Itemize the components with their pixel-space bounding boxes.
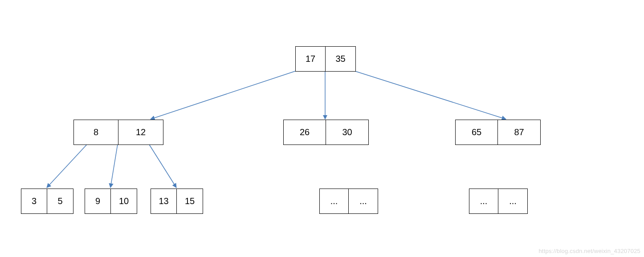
btree-key: 87 bbox=[498, 120, 540, 145]
btree-internal-node-left: 8 12 bbox=[73, 120, 163, 145]
btree-key: 5 bbox=[47, 189, 73, 213]
svg-line-2 bbox=[355, 71, 506, 119]
btree-internal-node-middle: 26 30 bbox=[283, 120, 369, 145]
btree-key: 9 bbox=[85, 189, 111, 213]
btree-key: 17 bbox=[296, 47, 326, 71]
btree-placeholder-node: ... ... bbox=[319, 189, 378, 214]
btree-key: 30 bbox=[326, 120, 368, 145]
svg-line-4 bbox=[110, 145, 118, 188]
ellipsis-icon: ... bbox=[349, 189, 378, 213]
btree-key: 15 bbox=[177, 189, 203, 213]
ellipsis-icon: ... bbox=[320, 189, 349, 213]
btree-key: 13 bbox=[151, 189, 177, 213]
ellipsis-icon: ... bbox=[498, 189, 527, 213]
btree-leaf-node: 3 5 bbox=[21, 189, 73, 214]
btree-key: 35 bbox=[326, 47, 355, 71]
btree-internal-node-right: 65 87 bbox=[455, 120, 541, 145]
svg-line-0 bbox=[151, 71, 295, 119]
watermark-text: https://blog.csdn.net/weixin_43207025 bbox=[538, 248, 640, 254]
btree-key: 12 bbox=[118, 120, 163, 145]
btree-placeholder-node: ... ... bbox=[469, 189, 528, 214]
btree-root-node: 17 35 bbox=[295, 46, 356, 72]
btree-leaf-node: 13 15 bbox=[151, 189, 203, 214]
btree-key: 3 bbox=[21, 189, 47, 213]
btree-key: 10 bbox=[111, 189, 137, 213]
svg-line-5 bbox=[149, 145, 176, 188]
btree-key: 65 bbox=[456, 120, 498, 145]
btree-key: 8 bbox=[74, 120, 118, 145]
svg-line-3 bbox=[47, 145, 87, 188]
btree-key: 26 bbox=[284, 120, 326, 145]
btree-leaf-node: 9 10 bbox=[85, 189, 137, 214]
ellipsis-icon: ... bbox=[469, 189, 498, 213]
